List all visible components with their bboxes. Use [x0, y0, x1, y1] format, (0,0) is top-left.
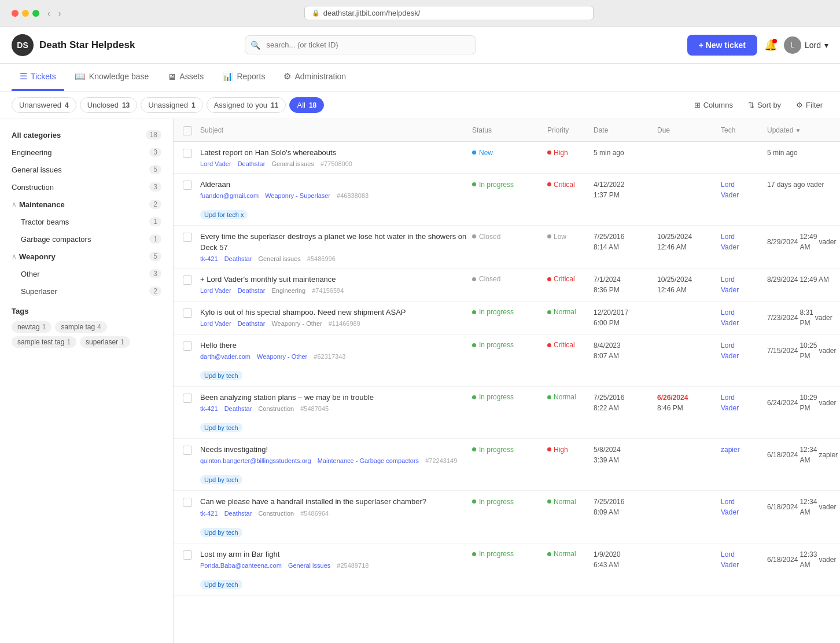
table-row[interactable]: Been analyzing station plans – we may be… [174, 387, 840, 439]
user-menu-button[interactable]: L Lord ▾ [784, 36, 828, 54]
ticket-from-3[interactable]: Lord Vader [200, 287, 231, 294]
sidebar-item-construction[interactable]: Construction3 [0, 178, 173, 196]
back-button[interactable]: ‹ [45, 8, 53, 19]
ticket-tag-8[interactable]: Deathstar [224, 510, 252, 517]
ticket-from-0[interactable]: Lord Vader [200, 160, 231, 167]
tab-administration[interactable]: ⚙Administration [275, 64, 354, 91]
columns-button[interactable]: ⊞Columns [688, 98, 739, 112]
row-checkbox-2[interactable] [183, 233, 192, 242]
status-dot-2 [472, 234, 476, 238]
due-col-header: Due [657, 126, 721, 134]
sidebar-item-superlaser[interactable]: Superlaser2 [0, 282, 173, 300]
filter-button[interactable]: ⚙Filter [790, 98, 828, 112]
table-row[interactable]: + Lord Vader's monthly suit maintenance … [174, 269, 840, 302]
ticket-priority-col-8: Normal [547, 497, 594, 506]
row-checkbox-1[interactable] [183, 181, 192, 190]
row-check-3 [183, 274, 200, 285]
row-checkbox-6[interactable] [183, 394, 192, 403]
filter-chip-unclosed[interactable]: Unclosed13 [80, 97, 138, 113]
sidebar-label-general-issues: General issues [12, 166, 149, 174]
table-row[interactable]: Kylo is out of his special shampoo. Need… [174, 302, 840, 335]
table-row[interactable]: Every time the superlaser destroys a pla… [174, 226, 840, 268]
due-3-1: 12:46 AM [657, 285, 721, 295]
status-label-9: In progress [479, 550, 514, 558]
ticket-from-1[interactable]: fuandon@gmail.com [200, 192, 259, 199]
ticket-tag-5[interactable]: Weaponry - Other [257, 353, 307, 360]
table-row[interactable]: Alderaan fuandon@gmail.com Weaponry - Su… [174, 174, 840, 226]
tag-sample-test-tag[interactable]: sample test tag1 [12, 336, 76, 348]
new-ticket-button[interactable]: + New ticket [687, 35, 757, 56]
tab-assets[interactable]: 🖥Assets [159, 64, 212, 91]
row-checkbox-7[interactable] [183, 446, 192, 455]
ticket-tag-3[interactable]: Deathstar [238, 287, 266, 294]
row-checkbox-4[interactable] [183, 308, 192, 318]
row-checkbox-3[interactable] [183, 275, 192, 285]
minimize-window-button[interactable] [22, 10, 29, 17]
notifications-button[interactable]: 🔔 [764, 39, 777, 52]
ticket-tech-col-7: zapier [721, 444, 767, 455]
close-window-button[interactable] [12, 10, 19, 17]
forward-button[interactable]: › [56, 8, 64, 19]
tech-name-3-1: Vader [721, 285, 767, 295]
priority-label-4: Normal [554, 308, 576, 316]
ticket-id-2: #5486996 [307, 255, 336, 262]
ticket-tag-0[interactable]: Deathstar [238, 160, 266, 167]
ticket-from-4[interactable]: Lord Vader [200, 320, 231, 327]
maximize-window-button[interactable] [32, 10, 39, 17]
tab-tickets[interactable]: ☰Tickets [12, 64, 64, 91]
filter-chip-all[interactable]: All18 [289, 97, 324, 113]
row-checkbox-9[interactable] [183, 550, 192, 560]
tag-label-superlaser: superlaser [86, 338, 118, 346]
ticket-tag-9[interactable]: General issues [288, 562, 330, 569]
table-row[interactable]: Needs investigating! quinton.bangerter@b… [174, 439, 840, 491]
filter-chip-assigned-to-you[interactable]: Assigned to you11 [207, 97, 286, 113]
tag-superlaser[interactable]: superlaser1 [80, 336, 130, 348]
sidebar-item-general-issues[interactable]: General issues5 [0, 161, 173, 178]
filter-chip-unanswered[interactable]: Unanswered4 [12, 97, 76, 113]
ticket-tag-7[interactable]: Maintenance - Garbage compactors [318, 457, 419, 464]
tab-reports[interactable]: 📊Reports [214, 64, 273, 91]
table-row[interactable]: Can we please have a handrail installed … [174, 491, 840, 543]
tag-label-newtag: newtag [17, 323, 40, 331]
ticket-date-col-1: 4/12/20221:37 PM [594, 179, 657, 200]
sidebar-item-garbage-compactors[interactable]: Garbage compactors1 [0, 230, 173, 248]
updated-sort-arrow: ▼ [795, 127, 801, 134]
sidebar-item-all[interactable]: All categories18 [0, 126, 173, 144]
ticket-from-2[interactable]: tk-421 [200, 255, 218, 262]
sort-button[interactable]: ⇅Sort by [742, 98, 787, 112]
sidebar-count-construction: 3 [149, 182, 161, 192]
sidebar-item-tractor-beams[interactable]: Tractor beams1 [0, 213, 173, 230]
ticket-tag-4[interactable]: Deathstar [238, 320, 266, 327]
ticket-from-8[interactable]: tk-421 [200, 510, 218, 517]
ticket-due-col-2: 10/25/202412:46 AM [657, 232, 721, 252]
ticket-subject-2: Every time the superlaser destroys a pla… [200, 232, 472, 252]
select-all-checkbox[interactable] [183, 126, 192, 135]
ticket-from-9[interactable]: Ponda.Baba@canteena.com [200, 562, 282, 569]
sidebar-item-engineering[interactable]: Engineering3 [0, 144, 173, 161]
sidebar-item-weaponry[interactable]: ∧Weaponry5 [0, 248, 173, 265]
table-row[interactable]: Latest report on Han Solo's whereabouts … [174, 142, 840, 174]
updated-col-header[interactable]: Updated ▼ [767, 126, 831, 134]
ticket-tag-6[interactable]: Deathstar [224, 405, 252, 412]
tag-newtag[interactable]: newtag1 [12, 321, 51, 333]
search-input[interactable] [245, 35, 476, 54]
tag-sample-tag[interactable]: sample tag4 [55, 321, 106, 333]
tab-label-administration: Administration [294, 72, 346, 81]
sidebar-item-other[interactable]: Other3 [0, 265, 173, 282]
ticket-from-7[interactable]: quinton.bangerter@billingsstudents.org [200, 457, 311, 464]
ticket-from-6[interactable]: tk-421 [200, 405, 218, 412]
status-dot-5 [472, 343, 476, 347]
address-bar[interactable]: 🔒 deathstar.jitbit.com/helpdesk/ [304, 6, 594, 20]
sidebar-item-maintenance[interactable]: ∧Maintenance2 [0, 196, 173, 213]
row-checkbox-0[interactable] [183, 149, 192, 158]
ticket-tag-1[interactable]: Weaponry - Superlaser [265, 192, 330, 199]
row-checkbox-8[interactable] [183, 498, 192, 507]
row-checkbox-5[interactable] [183, 341, 192, 351]
table-row[interactable]: Hello there darth@vader.com Weaponry - O… [174, 335, 840, 387]
table-row[interactable]: Lost my arm in Bar fight Ponda.Baba@cant… [174, 543, 840, 596]
ticket-from-5[interactable]: darth@vader.com [200, 353, 250, 360]
ticket-tag-2[interactable]: Deathstar [224, 255, 252, 262]
filter-chip-unassigned[interactable]: Unassigned1 [141, 97, 202, 113]
priority-dot-9 [547, 552, 551, 556]
tab-knowledge-base[interactable]: 📖Knowledge base [67, 64, 157, 91]
